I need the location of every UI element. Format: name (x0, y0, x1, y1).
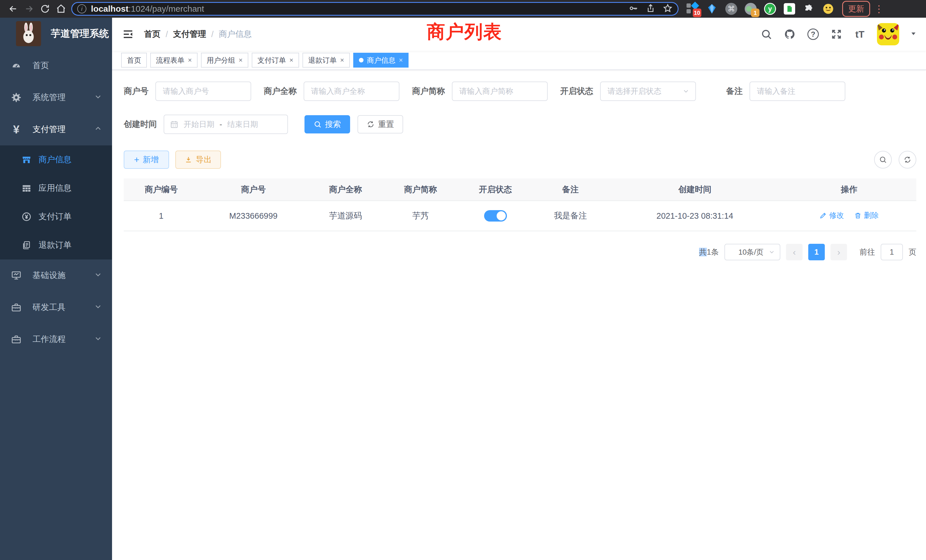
chevron-down-icon (94, 303, 102, 312)
close-icon[interactable]: × (188, 57, 192, 64)
monitor-icon (10, 269, 22, 282)
tab-process-form[interactable]: 流程表单 × (150, 53, 198, 68)
fullscreen-icon[interactable] (830, 28, 843, 41)
bookmark-star-icon[interactable] (663, 3, 673, 14)
chevron-down-icon (94, 93, 102, 102)
sidebar-item-label: 首页 (32, 60, 49, 71)
extension-y-icon[interactable]: y (764, 2, 776, 15)
create-time-range-picker[interactable]: 开始日期 - 结束日期 (163, 115, 288, 134)
sidebar-item-payment[interactable]: ¥ 支付管理 (0, 114, 112, 145)
sidebar-item-workflow[interactable]: 工作流程 (0, 323, 112, 355)
page-1-button[interactable]: 1 (808, 244, 825, 260)
add-button[interactable]: + 新增 (124, 151, 169, 169)
extension-emoji-icon[interactable] (822, 2, 835, 15)
sidebar-item-label: 研发工具 (32, 302, 65, 313)
tab-pay-order[interactable]: 支付订单 × (252, 53, 299, 68)
sidebar-item-label: 支付管理 (32, 124, 65, 135)
export-button[interactable]: 导出 (176, 151, 221, 169)
short-name-input[interactable] (452, 82, 548, 101)
app-logo (16, 21, 41, 46)
next-page-button[interactable]: › (831, 244, 847, 260)
screen: i localhost:1024/pay/merchant 10 (0, 0, 926, 560)
sidebar-item-dev-tools[interactable]: 研发工具 (0, 291, 112, 323)
sidebar-item-infrastructure[interactable]: 基础设施 (0, 259, 112, 291)
grid-icon (21, 183, 32, 194)
breadcrumb-payment[interactable]: 支付管理 (173, 29, 206, 40)
yen-circle-icon (21, 211, 32, 222)
cell-full-name: 芋道源码 (308, 201, 383, 231)
close-icon[interactable]: × (289, 57, 294, 64)
edit-button[interactable]: 修改 (819, 210, 844, 220)
tab-home[interactable]: 首页 (121, 53, 147, 68)
col-status: 开启状态 (458, 179, 533, 201)
search-button[interactable]: 搜索 (304, 115, 350, 133)
avatar[interactable] (877, 23, 899, 45)
github-icon[interactable] (784, 28, 796, 41)
pencil-icon (819, 212, 827, 219)
dashboard-icon (10, 60, 22, 71)
close-icon[interactable]: × (239, 57, 243, 64)
extension-gray-circle-icon[interactable]: 1 (744, 2, 757, 15)
extension-badge-10: 10 (693, 9, 701, 17)
tags-view-bar: 首页 流程表单 × 用户分组 × 支付订单 × 退款订单 × (112, 51, 926, 70)
document-icon (21, 239, 32, 251)
merchant-no-input[interactable] (155, 82, 251, 101)
sidebar-logo-row[interactable]: 芋道管理系统 (0, 18, 112, 50)
address-bar[interactable]: i localhost:1024/pay/merchant (71, 2, 679, 16)
share-icon[interactable] (646, 3, 655, 14)
sidebar-item-system[interactable]: 系统管理 (0, 82, 112, 114)
status-select[interactable]: 请选择开启状态 (600, 82, 696, 101)
pagination: 共1条 10条/页 ‹ 1 › 前往 页 (124, 244, 916, 260)
close-icon[interactable]: × (399, 57, 403, 64)
prev-page-button[interactable]: ‹ (786, 244, 803, 260)
col-create-time: 创建时间 (608, 179, 782, 201)
tab-refund-order[interactable]: 退款订单 × (303, 53, 350, 68)
status-toggle[interactable] (484, 210, 507, 221)
reset-button[interactable]: 重置 (357, 115, 403, 133)
browser-back-button[interactable] (5, 1, 21, 17)
sidebar-item-merchant-info[interactable]: 商户信息 (0, 145, 112, 174)
extension-gem-icon[interactable] (705, 2, 719, 15)
site-info-icon[interactable]: i (77, 4, 86, 14)
goto-page-input[interactable] (881, 244, 903, 260)
search-icon[interactable] (760, 28, 773, 41)
sidebar-item-label: 商户信息 (38, 154, 71, 165)
sidebar-item-refund-order[interactable]: 退款订单 (0, 231, 112, 259)
extension-puzzle-icon[interactable] (802, 2, 816, 15)
tab-user-group[interactable]: 用户分组 × (201, 53, 248, 68)
browser-update-button[interactable]: 更新 (842, 1, 870, 17)
browser-reload-button[interactable] (37, 1, 53, 17)
browser-menu-icon[interactable]: ⋮ (874, 3, 884, 15)
browser-home-button[interactable] (53, 1, 69, 17)
calendar-icon (170, 120, 179, 129)
page-size-select[interactable]: 10条/页 (725, 244, 780, 260)
sidebar-fold-icon[interactable] (121, 27, 135, 41)
extension-green-doc-icon[interactable] (783, 2, 796, 15)
sidebar-item-app-info[interactable]: 应用信息 (0, 174, 112, 203)
delete-button[interactable]: 删除 (854, 210, 879, 220)
col-merchant-no: 商户号 (199, 179, 308, 201)
close-icon[interactable]: × (340, 57, 344, 64)
extension-blue-diamond-icon[interactable]: 10 (686, 2, 699, 15)
chevron-up-icon (94, 125, 102, 134)
short-name-label: 商户简称 (412, 86, 445, 97)
tab-merchant-info[interactable]: 商户信息 × (353, 53, 409, 68)
app-title: 芋道管理系统 (51, 27, 109, 40)
breadcrumb-home[interactable]: 首页 (144, 29, 160, 40)
font-size-icon[interactable]: tT (853, 28, 866, 41)
caret-down-icon[interactable] (910, 30, 917, 38)
refresh-table-button[interactable] (899, 151, 916, 168)
browser-forward-button[interactable] (21, 1, 37, 17)
create-time-label: 创建时间 (124, 119, 157, 130)
remark-input[interactable] (749, 82, 845, 101)
toggle-search-button[interactable] (874, 151, 892, 168)
col-actions: 操作 (782, 179, 916, 201)
password-key-icon[interactable] (629, 3, 639, 14)
help-icon[interactable]: ? (807, 28, 819, 41)
chevron-down-icon (94, 271, 102, 280)
sidebar-item-pay-order[interactable]: 支付订单 (0, 203, 112, 231)
chevron-down-icon (94, 335, 102, 344)
full-name-input[interactable] (304, 82, 399, 101)
sidebar-item-home[interactable]: 首页 (0, 50, 112, 82)
extension-command-icon[interactable]: ⌘ (725, 2, 738, 15)
